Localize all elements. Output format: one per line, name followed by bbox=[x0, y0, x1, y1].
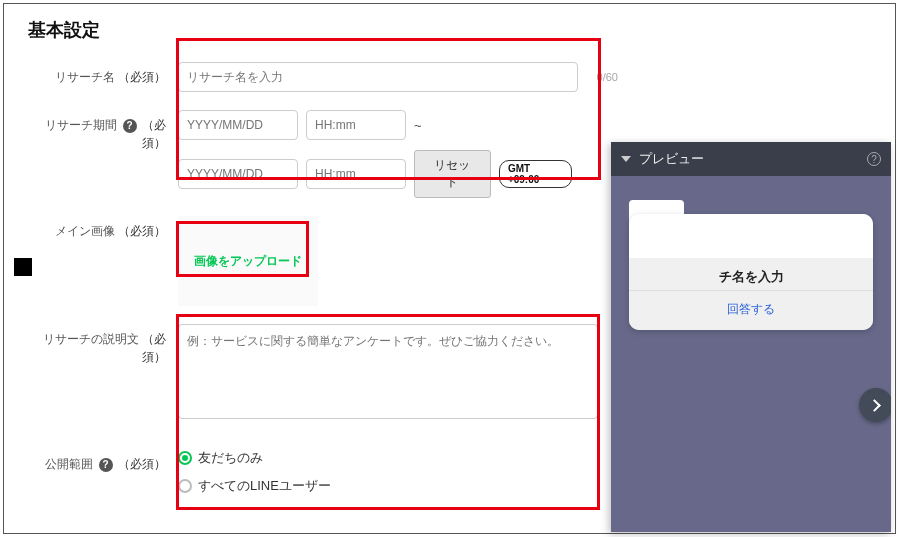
upload-image-button[interactable]: 画像をアップロード bbox=[178, 216, 318, 306]
start-time-input[interactable] bbox=[306, 110, 406, 140]
card-title: チ名を入力 bbox=[629, 258, 873, 290]
card-answer-button[interactable]: 回答する bbox=[629, 290, 873, 330]
preview-card: チ名を入力 回答する bbox=[629, 214, 873, 330]
preview-panel: プレビュー ? チ名を入力 回答する bbox=[611, 142, 891, 532]
research-name-input[interactable] bbox=[178, 62, 578, 92]
carousel-next-button[interactable] bbox=[859, 388, 891, 422]
radio-icon bbox=[178, 451, 192, 465]
label-visibility: 公開範囲 ? （必須） bbox=[28, 449, 178, 473]
help-icon[interactable]: ? bbox=[867, 152, 881, 166]
char-count: 0/60 bbox=[597, 71, 618, 83]
row-visibility: 公開範囲 ? （必須） 友だちのみ すべてのLINEユーザー bbox=[28, 449, 572, 495]
end-date-input[interactable] bbox=[178, 159, 298, 189]
chevron-right-icon bbox=[868, 399, 881, 412]
help-icon[interactable]: ? bbox=[123, 119, 137, 133]
timezone-badge: GMT +09:00 bbox=[499, 160, 572, 188]
form-area: 基本設定 リサーチ名 （必須） 0/60 リサーチ期間 ? （必須） ~ bbox=[0, 0, 600, 531]
radio-all-users[interactable]: すべてのLINEユーザー bbox=[178, 477, 331, 495]
radio-label-friends: 友だちのみ bbox=[198, 449, 263, 467]
help-icon[interactable]: ? bbox=[99, 458, 113, 472]
reset-button[interactable]: リセット bbox=[414, 150, 491, 198]
radio-label-all: すべてのLINEユーザー bbox=[198, 477, 331, 495]
row-main-image: メイン画像 （必須） 画像をアップロード bbox=[28, 216, 572, 306]
card-image-placeholder bbox=[629, 214, 873, 258]
label-main-image: メイン画像 （必須） bbox=[28, 216, 178, 240]
row-description: リサーチの説明文 （必須） bbox=[28, 324, 572, 419]
radio-icon bbox=[178, 479, 192, 493]
period-tilde: ~ bbox=[414, 118, 422, 133]
end-time-input[interactable] bbox=[306, 159, 406, 189]
start-date-input[interactable] bbox=[178, 110, 298, 140]
radio-friends-only[interactable]: 友だちのみ bbox=[178, 449, 331, 467]
preview-header[interactable]: プレビュー ? bbox=[611, 142, 891, 176]
preview-body: チ名を入力 回答する bbox=[611, 176, 891, 532]
label-research-name: リサーチ名 （必須） bbox=[28, 62, 178, 86]
label-research-period: リサーチ期間 ? （必須） bbox=[28, 110, 178, 152]
row-research-name: リサーチ名 （必須） 0/60 bbox=[28, 62, 572, 92]
preview-title: プレビュー bbox=[639, 150, 704, 168]
description-textarea[interactable] bbox=[178, 324, 598, 419]
label-description: リサーチの説明文 （必須） bbox=[28, 324, 178, 366]
caret-down-icon bbox=[621, 156, 631, 162]
row-research-period: リサーチ期間 ? （必須） ~ リセット GMT +09:00 bbox=[28, 110, 572, 198]
